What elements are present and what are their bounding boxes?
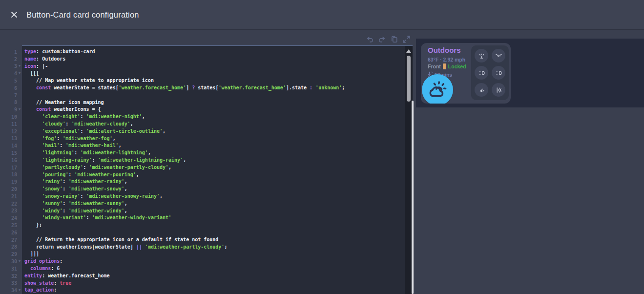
flood-light-button[interactable] bbox=[475, 66, 488, 80]
undo-icon[interactable] bbox=[366, 35, 374, 43]
code-line[interactable]: type: custom:button-card bbox=[24, 49, 413, 56]
code-line[interactable]: 'windy-variant': 'mdi:weather-windy-vari… bbox=[24, 215, 413, 222]
yaml-code-editor[interactable]: 123▼4▼56789▼1011121314151617181920212223… bbox=[6, 45, 413, 294]
string-lights-icon bbox=[495, 52, 502, 60]
code-line[interactable]: 'exceptional': 'mdi:alert-circle-outline… bbox=[24, 128, 413, 136]
code-line[interactable]: // Return the appropriate icon or a defa… bbox=[24, 237, 413, 244]
door-label: Front bbox=[428, 63, 441, 69]
code-line[interactable]: icon: |- bbox=[24, 63, 413, 71]
button-card-preview[interactable]: Outdoors 63°F · 2.92 mph Front Locked 10… bbox=[421, 43, 511, 104]
line-number: 17 bbox=[6, 165, 17, 170]
code-line[interactable]: 'sunny': 'mdi:weather-sunny', bbox=[24, 201, 413, 208]
line-number: 1 bbox=[6, 49, 17, 55]
spotlight-button[interactable] bbox=[475, 83, 488, 97]
line-number: 14 bbox=[6, 143, 17, 148]
flood-light-icon bbox=[478, 69, 485, 77]
line-number: 32 bbox=[6, 273, 17, 279]
line-number: 4 bbox=[6, 71, 17, 76]
fold-arrow-icon[interactable]: ▼ bbox=[17, 108, 22, 111]
code-line[interactable]: 'cloudy': 'mdi:weather-cloudy', bbox=[24, 121, 413, 128]
code-line[interactable]: // Map weather state to appropriate icon bbox=[24, 78, 413, 85]
fold-arrow-icon[interactable]: ▼ bbox=[17, 72, 22, 75]
outdoor-lamp-button[interactable] bbox=[492, 83, 505, 97]
code-line[interactable]: 'pouring': 'mdi:weather-pouring', bbox=[24, 172, 413, 179]
code-line[interactable]: entity: weather.forecast_home bbox=[24, 273, 413, 280]
card-lock-row: Front Locked bbox=[428, 63, 466, 69]
editor-toolbar bbox=[366, 35, 411, 43]
code-line[interactable]: 'lightning': 'mdi:weather-lightning', bbox=[24, 150, 413, 157]
fold-arrow-icon[interactable]: ▼ bbox=[17, 289, 22, 292]
flood-light-variant-button[interactable] bbox=[492, 66, 505, 80]
code-line[interactable] bbox=[24, 230, 413, 237]
line-number: 18 bbox=[6, 172, 17, 177]
code-line[interactable]: 'windy': 'mdi:weather-windy', bbox=[24, 208, 413, 215]
line-number: 24 bbox=[6, 215, 17, 221]
flood-light-variant-icon bbox=[495, 69, 502, 77]
line-number: 23 bbox=[6, 208, 17, 213]
line-number: 30 bbox=[6, 259, 17, 264]
code-line[interactable]: 'fog': 'mdi:weather-fog', bbox=[24, 136, 413, 143]
code-line[interactable]: 'partlycloudy': 'mdi:weather-partly-clou… bbox=[24, 165, 413, 172]
line-number: 3 bbox=[6, 63, 17, 69]
code-line[interactable]: 'snowy-rainy': 'mdi:weather-snowy-rainy'… bbox=[24, 193, 413, 201]
line-number: 22 bbox=[6, 201, 17, 207]
code-line[interactable]: name: Outdoors bbox=[24, 56, 413, 63]
line-number: 20 bbox=[6, 187, 17, 192]
code-line[interactable]: }; bbox=[24, 222, 413, 230]
redo-icon[interactable] bbox=[378, 35, 386, 43]
sprinkler-button[interactable] bbox=[475, 49, 488, 63]
code-line[interactable]: const weatherState = states['weather.for… bbox=[24, 85, 413, 92]
line-number: 12 bbox=[6, 129, 17, 134]
outdoor-lamp-icon bbox=[495, 86, 502, 94]
string-lights-button[interactable] bbox=[492, 49, 505, 63]
code-line[interactable] bbox=[24, 92, 413, 100]
code-line[interactable]: ]]] bbox=[24, 251, 413, 258]
code-line[interactable]: [[[ bbox=[24, 70, 413, 78]
line-number: 15 bbox=[6, 150, 17, 156]
code-line[interactable]: grid_options: bbox=[24, 258, 413, 266]
line-number: 13 bbox=[6, 136, 17, 141]
dialog-title: Button-Card card configuration bbox=[26, 10, 139, 20]
code-line[interactable]: const weatherIcons = { bbox=[24, 106, 413, 114]
expand-icon[interactable] bbox=[402, 35, 411, 43]
line-number: 6 bbox=[6, 85, 17, 91]
scroll-up-arrow-icon[interactable] bbox=[406, 49, 411, 53]
weather-state-badge bbox=[422, 74, 453, 104]
line-number: 34 bbox=[6, 288, 17, 293]
code-line[interactable]: 'hail': 'mdi:weather-hail', bbox=[24, 143, 413, 150]
dialog-header: Button-Card card configuration bbox=[0, 0, 644, 29]
line-number: 27 bbox=[6, 237, 17, 243]
sprinkler-icon bbox=[478, 52, 485, 60]
close-icon[interactable] bbox=[8, 8, 21, 21]
card-state-line: 63°F · 2.92 mph bbox=[428, 57, 465, 63]
dialog-scrollbar-thumb[interactable] bbox=[412, 101, 414, 294]
line-number: 21 bbox=[6, 194, 17, 199]
copy-icon[interactable] bbox=[390, 35, 398, 43]
line-number: 7 bbox=[6, 93, 17, 98]
code-line[interactable]: // Weather icon mapping bbox=[24, 100, 413, 107]
line-number: 10 bbox=[6, 114, 17, 120]
weather-partly-cloudy-icon bbox=[427, 80, 448, 100]
code-line[interactable]: 'rainy': 'mdi:weather-rainy', bbox=[24, 179, 413, 186]
fold-arrow-icon[interactable]: ▼ bbox=[17, 260, 22, 263]
code-line[interactable]: return weatherIcons[weatherState] || 'md… bbox=[24, 244, 413, 252]
code-line[interactable]: 'lightning-rainy': 'mdi:weather-lightnin… bbox=[24, 157, 413, 165]
code-line[interactable]: tap_action: bbox=[24, 287, 413, 294]
editor-content[interactable]: type: custom:button-cardname: Outdoorsic… bbox=[22, 45, 413, 294]
fold-arrow-icon[interactable]: ▼ bbox=[17, 64, 22, 68]
spotlight-icon bbox=[478, 86, 485, 94]
line-number: 29 bbox=[6, 252, 17, 257]
lock-state: Locked bbox=[448, 63, 466, 69]
line-number: 31 bbox=[6, 266, 17, 272]
line-number: 26 bbox=[6, 230, 17, 235]
line-number: 2 bbox=[6, 57, 17, 62]
card-button-grid bbox=[471, 45, 509, 100]
code-line[interactable]: columns: 6 bbox=[24, 266, 413, 273]
code-line[interactable]: show_state: true bbox=[24, 280, 413, 288]
line-number: 9 bbox=[6, 107, 17, 112]
code-line[interactable]: 'clear-night': 'mdi:weather-night', bbox=[24, 114, 413, 121]
line-number: 19 bbox=[6, 179, 17, 185]
line-number: 25 bbox=[6, 223, 17, 228]
editor-scrollbar-thumb[interactable] bbox=[407, 56, 411, 102]
code-line[interactable]: 'snowy': 'mdi:weather-snowy', bbox=[24, 186, 413, 193]
